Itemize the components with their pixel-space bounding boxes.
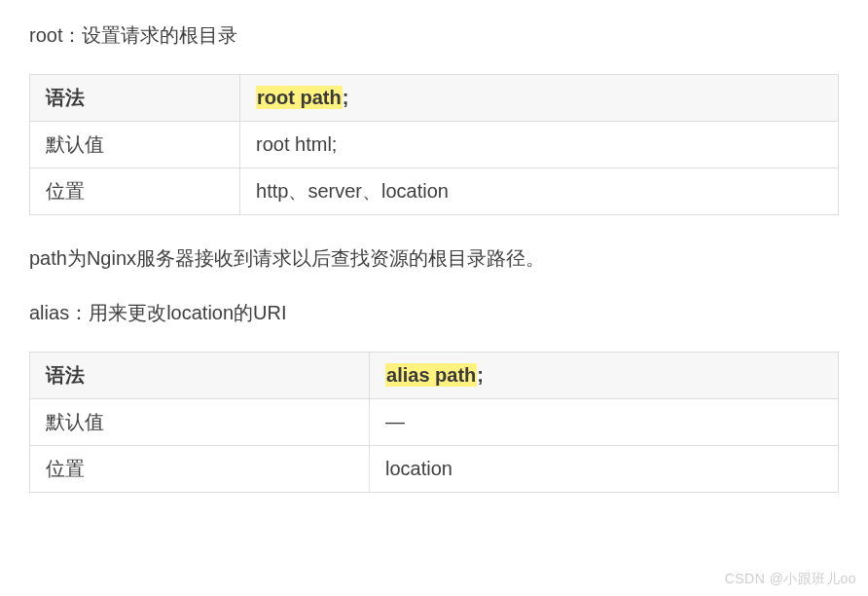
table-header-value: alias path; (370, 353, 839, 399)
root-syntax-semicolon: ; (343, 87, 349, 108)
cell-value-position: location (370, 446, 839, 493)
cell-value-default: — (370, 399, 839, 446)
path-description: path为Nginx服务器接收到请求以后查找资源的根目录路径。 (29, 242, 839, 274)
root-intro: root：设置请求的根目录 (29, 19, 839, 51)
table-row: 位置 location (30, 446, 839, 493)
cell-label-default: 默认值 (30, 399, 370, 446)
table-row: 位置 http、server、location (30, 168, 839, 215)
cell-value-position: http、server、location (240, 168, 839, 215)
root-syntax-table: 语法 root path; 默认值 root html; 位置 http、ser… (29, 74, 839, 215)
cell-label-position: 位置 (30, 446, 370, 493)
table-header-syntax: 语法 (30, 75, 240, 122)
cell-label-position: 位置 (30, 168, 240, 215)
cell-value-default: root html; (240, 122, 839, 168)
table-header-syntax: 语法 (30, 353, 370, 399)
cell-label-default: 默认值 (30, 122, 240, 168)
table-row: 默认值 — (30, 399, 839, 446)
root-syntax-highlight: root path (256, 86, 343, 109)
table-row: 默认值 root html; (30, 122, 839, 168)
alias-syntax-highlight: alias path (385, 363, 477, 387)
alias-syntax-semicolon: ; (477, 364, 484, 386)
alias-intro: alias：用来更改location的URI (29, 297, 839, 328)
alias-syntax-table: 语法 alias path; 默认值 — 位置 location (29, 352, 839, 493)
watermark: CSDN @小跟班儿oo (725, 571, 856, 588)
table-header-value: root path; (240, 75, 839, 122)
